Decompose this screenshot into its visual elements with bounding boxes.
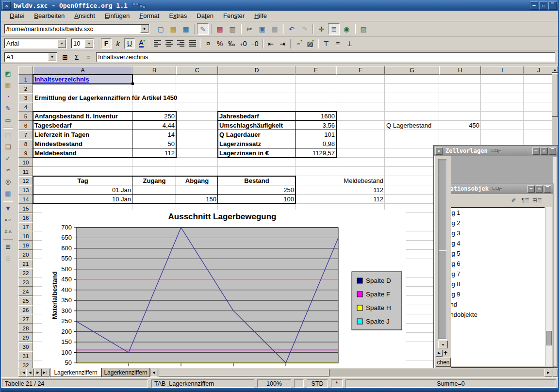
cell-reference-box[interactable]: A1 ▼ [4, 52, 57, 62]
objekte-titlebar[interactable]: ntationsobjek ─ ▫ ▔ [441, 183, 553, 194]
url-combo[interactable]: /home/martinix/shots/bwldv.sxc ▼ [4, 24, 149, 34]
cell-B12[interactable]: Zugang [132, 176, 176, 185]
align-center-icon[interactable] [164, 38, 174, 49]
new-style-from-selection-icon[interactable]: ¶≣ [520, 196, 531, 205]
align-left-icon[interactable] [152, 38, 163, 49]
cell-D9[interactable]: Lagerzinsen in € [218, 148, 270, 158]
align-vcenter-icon[interactable]: ≡ [332, 38, 343, 49]
sheet-tab-2[interactable]: Lagerkennziffern [101, 368, 150, 377]
move-icon[interactable]: + [444, 349, 447, 357]
delete-decimal-icon[interactable]: ₋0 [249, 38, 260, 49]
redo-icon[interactable]: ↷ [298, 23, 310, 35]
cell-G6[interactable]: Q Lagerbestand [385, 121, 433, 130]
ungroup-icon[interactable]: ⊟ [2, 253, 14, 264]
font-name-combo[interactable]: Arial ▼ [4, 38, 67, 49]
form-controls-icon[interactable]: ▭ [2, 114, 14, 126]
underline-icon[interactable]: U [124, 38, 135, 49]
background-color-icon[interactable]: ▨▼ [305, 38, 315, 49]
print-file-icon[interactable]: ▥ [227, 23, 238, 35]
group-icon[interactable]: ⊞ [2, 241, 14, 252]
cell-E6[interactable]: 3,56 [296, 121, 336, 130]
chevron-down-icon[interactable]: ▼ [48, 53, 56, 61]
sort-descending-icon[interactable]: Z↓A [2, 226, 14, 237]
style-list-item[interactable]: ung 7 [443, 269, 544, 279]
row-header-16[interactable]: 16 [18, 213, 33, 222]
chevron-down-icon[interactable]: ▼ [85, 39, 93, 48]
increase-indent-icon[interactable]: ⇥ [277, 38, 288, 49]
row-header-3[interactable]: 3 [18, 93, 33, 102]
tab-scroll-left-icon[interactable]: ◀ [150, 369, 158, 376]
maximize-icon[interactable]: ▫ [541, 147, 548, 155]
new-document-icon[interactable]: ▢ [155, 23, 166, 35]
number-standard-icon[interactable]: ‰ [226, 38, 237, 49]
style-list-item[interactable]: ung 5 [443, 248, 544, 259]
cell-A7[interactable]: Lieferzeit in Tagen [33, 130, 91, 139]
cell-B8[interactable]: 50 [132, 139, 176, 148]
align-justify-icon[interactable] [187, 38, 197, 49]
fill-format-mode-icon[interactable]: ✐ [509, 196, 519, 205]
paste-icon[interactable]: ▦ [269, 23, 280, 35]
cell-A3[interactable]: Ermittlung der Lagerkennziffern für Arti… [33, 93, 179, 102]
style-list-item[interactable]: ung 6 [443, 259, 544, 269]
cell-D12[interactable]: Bestand [218, 176, 296, 185]
function-wizard-icon[interactable]: ⊞ [60, 52, 70, 63]
menu-item-ansicht[interactable]: Ansicht [69, 11, 100, 20]
cell-B7[interactable]: 14 [132, 130, 176, 139]
bold-icon[interactable]: F [101, 38, 112, 49]
insert-columns-icon[interactable]: ▤ [2, 130, 14, 141]
row-header-2[interactable]: 2 [18, 84, 33, 93]
column-header-H[interactable]: H [439, 66, 481, 75]
vertical-scroll-thumb[interactable] [552, 73, 558, 117]
auto-spellcheck-icon[interactable]: ≈ [2, 164, 14, 176]
number-currency-icon[interactable]: ¤ [203, 38, 214, 49]
autoformat-icon[interactable]: ❏ [2, 141, 14, 152]
style-list[interactable]: ung 1ung 2ung 3ung 4ung 5ung 6ung 7ung 8… [442, 207, 545, 366]
row-header-9[interactable]: 9 [18, 148, 33, 158]
update-style-icon[interactable]: ⊞≣ [532, 196, 543, 205]
style-list-item[interactable]: ung 4 [443, 238, 544, 248]
column-header-A[interactable]: A [33, 66, 132, 75]
scroll-right-icon[interactable]: ▶ [544, 369, 552, 376]
last-sheet-icon[interactable]: ▶❘ [42, 369, 49, 376]
shade-icon[interactable]: ▔ [549, 147, 556, 155]
row-header-30[interactable]: 30 [18, 342, 33, 351]
style-scroll-thumb[interactable] [546, 331, 552, 345]
menu-item-fenster[interactable]: Fenster [218, 11, 249, 20]
align-top-icon[interactable]: ⊤ [321, 38, 331, 49]
cell-E7[interactable]: 101 [296, 130, 336, 139]
column-header-D[interactable]: D [218, 66, 296, 75]
stylist-icon[interactable]: ≣ [328, 23, 340, 35]
row-header-4[interactable]: 4 [18, 102, 33, 112]
cell-D13[interactable]: 250 [218, 185, 296, 195]
row-header-24[interactable]: 24 [18, 287, 33, 296]
row-header-12[interactable]: 12 [18, 176, 33, 185]
gallery-icon[interactable]: ▨ [358, 23, 369, 35]
cell-E8[interactable]: 0,98 [296, 139, 336, 148]
column-header-F[interactable]: F [336, 66, 385, 75]
style-list-scrollbar[interactable] [545, 207, 552, 366]
column-header-B[interactable]: B [132, 66, 176, 75]
scroll-up-icon[interactable]: ▲ [552, 66, 558, 73]
cell-C14[interactable]: 150 [176, 195, 218, 204]
row-header-21[interactable]: 21 [18, 259, 33, 268]
row-header-10[interactable]: 10 [18, 158, 33, 167]
cell-B9[interactable]: 112 [132, 148, 176, 158]
cell-A8[interactable]: Mindestbestand [33, 139, 84, 148]
edit-file-icon[interactable]: ✎ [197, 23, 209, 35]
row-header-1[interactable]: 1 [18, 75, 33, 84]
zellvorlagen-titlebar[interactable]: ✕ Zellvorlagen ─ ▫ ▔ [434, 146, 558, 156]
align-right-icon[interactable] [175, 38, 186, 49]
strip-scrollbar[interactable] [438, 159, 447, 340]
row-header-5[interactable]: 5 [18, 112, 33, 121]
sort-ascending-icon[interactable]: A↓Z [2, 214, 14, 226]
close-icon[interactable]: ✕ [2, 1, 11, 10]
row-header-17[interactable]: 17 [18, 222, 33, 231]
copy-icon[interactable]: ▣ [256, 23, 268, 35]
cell-D8[interactable]: Lagerzinssatz [218, 139, 263, 148]
cell-A12[interactable]: Tag [33, 176, 132, 185]
background-sheet-tab[interactable]: chen [436, 358, 451, 367]
row-header-22[interactable]: 22 [18, 268, 33, 278]
find-replace-icon[interactable]: ◎ [2, 176, 14, 187]
column-header-C[interactable]: C [176, 66, 218, 75]
row-header-29[interactable]: 29 [18, 333, 33, 342]
